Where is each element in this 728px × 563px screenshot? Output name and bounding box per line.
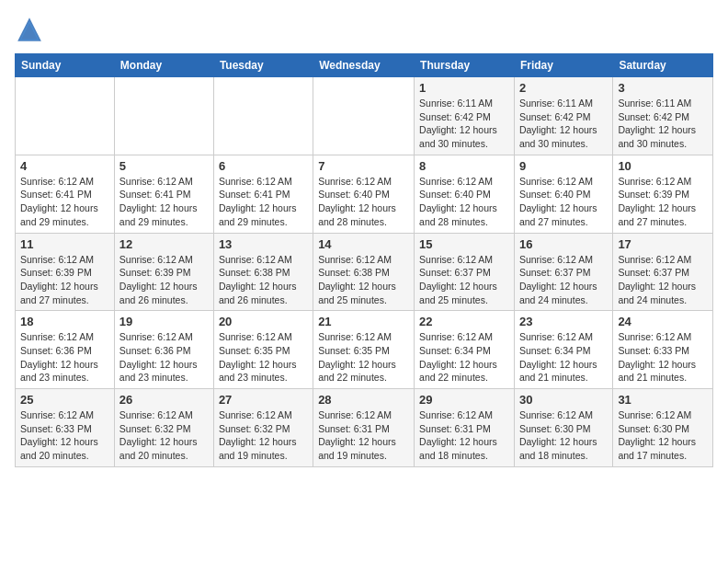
calendar-cell: [114, 77, 213, 155]
day-info: Sunrise: 6:12 AMSunset: 6:33 PMDaylight:…: [20, 408, 109, 463]
day-info: Sunrise: 6:12 AMSunset: 6:39 PMDaylight:…: [119, 253, 209, 307]
calendar-cell: 7Sunrise: 6:12 AMSunset: 6:40 PMDaylight…: [313, 155, 415, 233]
day-info: Sunrise: 6:12 AMSunset: 6:40 PMDaylight:…: [519, 175, 608, 229]
calendar-cell: 31Sunrise: 6:12 AMSunset: 6:30 PMDayligh…: [613, 389, 713, 467]
calendar-cell: 12Sunrise: 6:12 AMSunset: 6:39 PMDayligh…: [114, 233, 213, 311]
day-info: Sunrise: 6:12 AMSunset: 6:35 PMDaylight:…: [318, 330, 409, 385]
day-info: Sunrise: 6:12 AMSunset: 6:31 PMDaylight:…: [419, 408, 509, 463]
day-number: 15: [419, 237, 509, 251]
day-info: Sunrise: 6:12 AMSunset: 6:41 PMDaylight:…: [119, 175, 209, 229]
calendar-cell: 19Sunrise: 6:12 AMSunset: 6:36 PMDayligh…: [114, 311, 213, 389]
day-info: Sunrise: 6:12 AMSunset: 6:32 PMDaylight:…: [219, 408, 308, 463]
day-number: 23: [519, 315, 608, 328]
weekday-header: Wednesday: [313, 54, 415, 77]
day-number: 5: [119, 159, 209, 173]
day-number: 1: [419, 81, 509, 95]
day-number: 18: [20, 315, 109, 328]
day-info: Sunrise: 6:12 AMSunset: 6:32 PMDaylight:…: [119, 408, 209, 463]
calendar-cell: 26Sunrise: 6:12 AMSunset: 6:32 PMDayligh…: [114, 389, 213, 467]
day-info: Sunrise: 6:12 AMSunset: 6:38 PMDaylight:…: [219, 253, 308, 307]
calendar-cell: [213, 77, 313, 155]
day-number: 9: [519, 159, 608, 173]
calendar-cell: 10Sunrise: 6:12 AMSunset: 6:39 PMDayligh…: [613, 155, 713, 233]
day-number: 30: [519, 393, 608, 407]
day-number: 16: [519, 237, 608, 251]
svg-marker-0: [17, 17, 41, 41]
day-number: 7: [318, 159, 409, 173]
calendar-header: SundayMondayTuesdayWednesdayThursdayFrid…: [16, 54, 713, 77]
weekday-header: Saturday: [613, 54, 713, 77]
day-info: Sunrise: 6:12 AMSunset: 6:41 PMDaylight:…: [219, 175, 308, 229]
day-info: Sunrise: 6:12 AMSunset: 6:40 PMDaylight:…: [419, 175, 509, 229]
day-number: 8: [419, 159, 509, 173]
calendar-cell: 15Sunrise: 6:12 AMSunset: 6:37 PMDayligh…: [415, 233, 515, 311]
day-number: 19: [119, 315, 209, 328]
day-number: 26: [119, 393, 209, 407]
calendar-cell: 4Sunrise: 6:12 AMSunset: 6:41 PMDaylight…: [16, 155, 115, 233]
calendar-cell: 21Sunrise: 6:12 AMSunset: 6:35 PMDayligh…: [313, 311, 415, 389]
calendar-cell: 29Sunrise: 6:12 AMSunset: 6:31 PMDayligh…: [415, 389, 515, 467]
calendar-cell: 30Sunrise: 6:12 AMSunset: 6:30 PMDayligh…: [514, 389, 612, 467]
calendar-week-row: 25Sunrise: 6:12 AMSunset: 6:33 PMDayligh…: [16, 389, 713, 467]
day-info: Sunrise: 6:12 AMSunset: 6:31 PMDaylight:…: [318, 408, 409, 463]
calendar-cell: 8Sunrise: 6:12 AMSunset: 6:40 PMDaylight…: [415, 155, 515, 233]
day-info: Sunrise: 6:12 AMSunset: 6:33 PMDaylight:…: [618, 330, 708, 385]
day-info: Sunrise: 6:12 AMSunset: 6:39 PMDaylight:…: [20, 253, 109, 307]
calendar-cell: 27Sunrise: 6:12 AMSunset: 6:32 PMDayligh…: [213, 389, 313, 467]
day-number: 10: [618, 159, 708, 173]
day-info: Sunrise: 6:12 AMSunset: 6:34 PMDaylight:…: [419, 330, 509, 385]
day-number: 24: [618, 315, 708, 328]
calendar-cell: 22Sunrise: 6:12 AMSunset: 6:34 PMDayligh…: [415, 311, 515, 389]
calendar-cell: 1Sunrise: 6:11 AMSunset: 6:42 PMDaylight…: [415, 77, 515, 155]
day-number: 12: [119, 237, 209, 251]
day-info: Sunrise: 6:12 AMSunset: 6:36 PMDaylight:…: [119, 330, 209, 385]
calendar-cell: 11Sunrise: 6:12 AMSunset: 6:39 PMDayligh…: [16, 233, 115, 311]
calendar-cell: 5Sunrise: 6:12 AMSunset: 6:41 PMDaylight…: [114, 155, 213, 233]
day-info: Sunrise: 6:12 AMSunset: 6:41 PMDaylight:…: [20, 175, 109, 229]
weekday-header: Sunday: [16, 54, 115, 77]
day-number: 11: [20, 237, 109, 251]
calendar-cell: 14Sunrise: 6:12 AMSunset: 6:38 PMDayligh…: [313, 233, 415, 311]
calendar-cell: 25Sunrise: 6:12 AMSunset: 6:33 PMDayligh…: [16, 389, 115, 467]
calendar-table: SundayMondayTuesdayWednesdayThursdayFrid…: [15, 53, 713, 467]
weekday-header: Monday: [114, 54, 213, 77]
page-header: [15, 15, 713, 44]
calendar-cell: 6Sunrise: 6:12 AMSunset: 6:41 PMDaylight…: [213, 155, 313, 233]
calendar-cell: [313, 77, 415, 155]
calendar-cell: 13Sunrise: 6:12 AMSunset: 6:38 PMDayligh…: [213, 233, 313, 311]
day-info: Sunrise: 6:12 AMSunset: 6:39 PMDaylight:…: [618, 175, 708, 229]
day-number: 14: [318, 237, 409, 251]
day-number: 13: [219, 237, 308, 251]
day-number: 2: [519, 81, 608, 95]
day-number: 20: [219, 315, 308, 328]
day-info: Sunrise: 6:12 AMSunset: 6:40 PMDaylight:…: [318, 175, 409, 229]
calendar-week-row: 1Sunrise: 6:11 AMSunset: 6:42 PMDaylight…: [16, 77, 713, 155]
day-info: Sunrise: 6:12 AMSunset: 6:30 PMDaylight:…: [618, 408, 708, 463]
day-info: Sunrise: 6:12 AMSunset: 6:37 PMDaylight:…: [419, 253, 509, 307]
day-info: Sunrise: 6:12 AMSunset: 6:30 PMDaylight:…: [519, 408, 608, 463]
calendar-cell: 20Sunrise: 6:12 AMSunset: 6:35 PMDayligh…: [213, 311, 313, 389]
calendar-cell: 28Sunrise: 6:12 AMSunset: 6:31 PMDayligh…: [313, 389, 415, 467]
day-number: 21: [318, 315, 409, 328]
calendar-week-row: 4Sunrise: 6:12 AMSunset: 6:41 PMDaylight…: [16, 155, 713, 233]
day-number: 28: [318, 393, 409, 407]
day-info: Sunrise: 6:12 AMSunset: 6:38 PMDaylight:…: [318, 253, 409, 307]
calendar-cell: 16Sunrise: 6:12 AMSunset: 6:37 PMDayligh…: [514, 233, 612, 311]
day-number: 4: [20, 159, 109, 173]
day-info: Sunrise: 6:12 AMSunset: 6:37 PMDaylight:…: [519, 253, 608, 307]
day-number: 3: [618, 81, 708, 95]
weekday-header: Tuesday: [213, 54, 313, 77]
day-info: Sunrise: 6:11 AMSunset: 6:42 PMDaylight:…: [618, 97, 708, 151]
day-number: 6: [219, 159, 308, 173]
day-number: 22: [419, 315, 509, 328]
day-info: Sunrise: 6:12 AMSunset: 6:37 PMDaylight:…: [618, 253, 708, 307]
logo: [15, 15, 50, 44]
calendar-week-row: 11Sunrise: 6:12 AMSunset: 6:39 PMDayligh…: [16, 233, 713, 311]
calendar-cell: 17Sunrise: 6:12 AMSunset: 6:37 PMDayligh…: [613, 233, 713, 311]
day-info: Sunrise: 6:12 AMSunset: 6:34 PMDaylight:…: [519, 330, 608, 385]
calendar-week-row: 18Sunrise: 6:12 AMSunset: 6:36 PMDayligh…: [16, 311, 713, 389]
weekday-header: Friday: [514, 54, 612, 77]
day-number: 29: [419, 393, 509, 407]
day-info: Sunrise: 6:12 AMSunset: 6:35 PMDaylight:…: [219, 330, 308, 385]
calendar-cell: 18Sunrise: 6:12 AMSunset: 6:36 PMDayligh…: [16, 311, 115, 389]
